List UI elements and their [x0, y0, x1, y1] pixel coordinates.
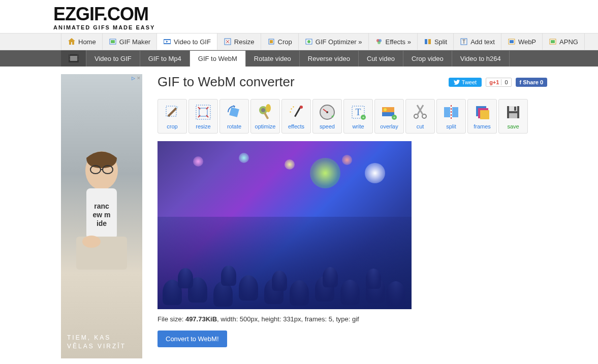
home-icon: [68, 38, 76, 46]
svg-rect-40: [166, 106, 176, 116]
svg-rect-21: [70, 56, 77, 61]
svg-rect-42: [199, 108, 207, 116]
resize-icon: [224, 38, 232, 46]
film-icon: [61, 50, 86, 67]
social-buttons: Tweet g+10 f Share 0: [449, 78, 547, 87]
fb-share-button[interactable]: f Share 0: [516, 78, 547, 87]
svg-rect-13: [428, 39, 431, 44]
tool-resize[interactable]: resize: [188, 99, 218, 134]
nav-video-to-gif[interactable]: Video to GIF: [157, 34, 217, 50]
webp-icon: [508, 38, 516, 46]
nav-split[interactable]: Split: [418, 34, 454, 50]
svg-rect-22: [69, 55, 70, 55]
optimizer-icon: [305, 38, 313, 46]
gif-maker-icon: [109, 38, 117, 46]
effects-tool-icon: [287, 103, 305, 121]
page-title: GIF to WebM converter: [158, 74, 295, 90]
svg-rect-71: [509, 113, 517, 118]
save-tool-icon: [504, 103, 522, 121]
twitter-icon: [454, 80, 460, 85]
frames-tool-icon: [473, 103, 491, 121]
nav-home[interactable]: Home: [61, 34, 103, 50]
svg-rect-17: [510, 40, 514, 43]
nav-crop[interactable]: Crop: [261, 34, 299, 50]
rotate-tool-icon: [225, 103, 243, 121]
svg-rect-28: [78, 58, 78, 58]
svg-text:ranc: ranc: [94, 202, 109, 210]
nav-apng[interactable]: APNG: [543, 34, 585, 50]
svg-text:T: T: [356, 107, 361, 117]
optimize-tool-icon: [256, 103, 274, 121]
svg-rect-43: [229, 107, 239, 117]
nav-resize[interactable]: Resize: [217, 34, 261, 50]
svg-point-47: [266, 104, 271, 112]
svg-text:+: +: [362, 115, 365, 120]
subnav-gif-to-mp4[interactable]: GIF to Mp4: [140, 51, 190, 67]
file-size: 497.73KiB: [185, 315, 217, 323]
svg-rect-27: [78, 56, 78, 57]
main-content: GIF to WebM converter Tweet g+10 f Share…: [158, 74, 598, 358]
tool-crop[interactable]: crop: [158, 99, 187, 134]
subnav-gif-to-webm[interactable]: GIF to WebM: [190, 51, 246, 67]
subnav-reverse-video[interactable]: Reverse video: [300, 51, 359, 67]
svg-rect-63: [444, 107, 450, 117]
tool-split[interactable]: split: [436, 99, 466, 134]
split-tool-icon: [442, 103, 460, 121]
crop-icon: [267, 38, 275, 46]
tool-effects[interactable]: effects: [281, 99, 311, 134]
svg-text:+: +: [393, 115, 396, 120]
svg-rect-12: [425, 39, 427, 44]
apng-icon: [549, 38, 557, 46]
subnav-video-to-gif[interactable]: Video to GIF: [86, 51, 140, 67]
tool-cut[interactable]: cut: [405, 99, 435, 134]
svg-rect-1: [111, 40, 115, 43]
tool-frames[interactable]: frames: [467, 99, 497, 134]
svg-point-49: [300, 106, 303, 109]
nav-gif-optimizer[interactable]: GIF Optimizer »: [299, 34, 369, 50]
ad-banner[interactable]: ▷ ✕ ranc ew m ide TIEM, KAS VĒLAS V: [61, 74, 142, 358]
svg-rect-23: [69, 56, 70, 57]
tool-write[interactable]: T+write: [343, 99, 373, 134]
svg-point-45: [261, 108, 265, 112]
nav-add-text[interactable]: TAdd text: [454, 34, 501, 50]
site-tagline: ANIMATED GIFS MADE EASY: [53, 24, 598, 30]
tool-speed[interactable]: speed: [312, 99, 342, 134]
subnav-rotate-video[interactable]: Rotate video: [246, 51, 300, 67]
subnav-crop-video[interactable]: Crop video: [403, 51, 452, 67]
resize-tool-icon: [194, 103, 212, 121]
crop-tool-icon: [163, 103, 181, 121]
ad-badge: ▷ ✕: [132, 76, 141, 81]
cut-tool-icon: [411, 103, 429, 121]
nav-gif-maker[interactable]: GIF Maker: [103, 34, 157, 50]
tool-optimize[interactable]: optimize: [250, 99, 280, 134]
subnav-video-to-h264[interactable]: Video to h264: [452, 51, 510, 67]
ad-person-image: ranc ew m ide: [66, 140, 137, 292]
gif-preview: [158, 141, 412, 309]
overlay-tool-icon: +: [380, 103, 398, 121]
subnav-cut-video[interactable]: Cut video: [359, 51, 403, 67]
add-text-icon: T: [460, 38, 468, 46]
video-icon: [163, 38, 171, 46]
svg-point-58: [384, 108, 387, 111]
svg-rect-70: [514, 107, 516, 111]
site-logo[interactable]: EZGIF.COM: [53, 5, 598, 23]
toolbar: crop resize rotate optimize effects spee…: [158, 99, 547, 134]
write-tool-icon: T+: [349, 103, 367, 121]
gplus-icon: g+1: [489, 79, 499, 85]
effects-icon: [375, 38, 383, 46]
tool-save[interactable]: save: [498, 99, 528, 134]
nav-webp[interactable]: WebP: [501, 34, 543, 50]
tweet-button[interactable]: Tweet: [449, 78, 482, 87]
convert-button[interactable]: Convert to WebM!: [158, 330, 227, 347]
svg-text:ew m: ew m: [92, 211, 110, 219]
tool-overlay[interactable]: +overlay: [374, 99, 404, 134]
nav-effects[interactable]: Effects »: [369, 34, 418, 50]
svg-rect-29: [78, 59, 78, 60]
gplus-button[interactable]: g+10: [486, 78, 511, 87]
tool-rotate[interactable]: rotate: [219, 99, 249, 134]
header: EZGIF.COM ANIMATED GIFS MADE EASY: [0, 0, 598, 33]
ad-text: TIEM, KAS VĒLAS VIRZĪT: [67, 334, 126, 351]
svg-rect-26: [78, 55, 78, 55]
svg-rect-67: [480, 110, 489, 119]
svg-point-8: [307, 40, 310, 43]
